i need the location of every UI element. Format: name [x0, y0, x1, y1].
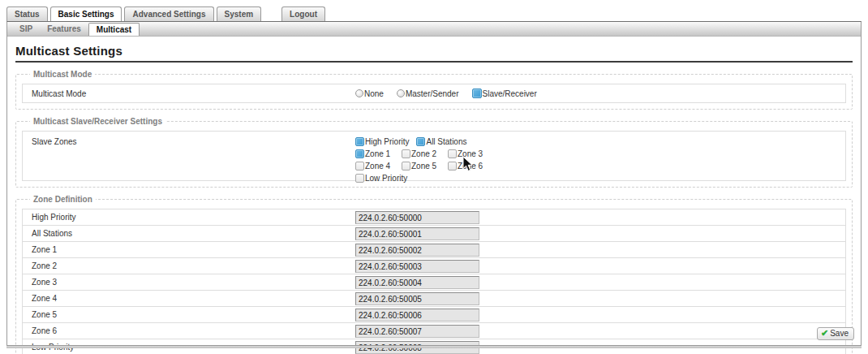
multicast-mode-row: Multicast Mode None Master/Sender	[22, 84, 846, 103]
zone-row-label: Zone 3	[23, 278, 57, 287]
zone-row-zone-3: Zone 3	[22, 274, 846, 291]
zone-row-all-stations: All Stations	[22, 225, 846, 242]
save-button-label: Save	[830, 329, 849, 338]
slave-zones-checkbox-grid: High Priority All Stations Zone 1	[355, 136, 494, 184]
zone-row-zone-2: Zone 2	[22, 257, 846, 274]
check-icon: ✔	[821, 329, 828, 338]
zone-input-zone-2[interactable]	[355, 260, 479, 273]
radio-icon[interactable]	[397, 89, 405, 97]
zone-row-label: Zone 5	[23, 310, 57, 319]
zone-input-high-priority[interactable]	[355, 211, 479, 224]
checkbox-checked-icon[interactable]	[416, 137, 425, 146]
checkbox-label: All Stations	[426, 137, 466, 146]
multicast-mode-legend: Multicast Mode	[30, 70, 95, 79]
checkbox-zone-3[interactable]: Zone 3	[448, 149, 487, 158]
zone-row-zone-1: Zone 1	[22, 241, 846, 258]
slave-zones-row: Slave Zones High Priority All Stations	[22, 131, 846, 181]
container-bottom-edge	[6, 345, 862, 348]
radio-slave-receiver-label: Slave/Receiver	[483, 89, 537, 98]
checkbox-label: Zone 3	[458, 149, 487, 158]
multicast-mode-section: Multicast Mode Multicast Mode None Maste…	[15, 70, 853, 110]
checkbox-zone-6[interactable]: Zone 6	[448, 162, 487, 171]
zone-row-zone-5: Zone 5	[22, 306, 846, 323]
checkbox-zone-4[interactable]: Zone 4	[355, 162, 394, 171]
checkbox-checked-icon[interactable]	[355, 149, 364, 158]
checkbox-unchecked-icon[interactable]	[355, 162, 364, 171]
checkbox-zone-2[interactable]: Zone 2	[402, 149, 440, 158]
checkbox-zone-5[interactable]: Zone 5	[402, 162, 440, 171]
zone-input-all-stations[interactable]	[355, 227, 479, 240]
zone-row-high-priority: High Priority	[22, 209, 846, 226]
checkbox-label: Low Priority	[365, 174, 407, 183]
checkbox-unchecked-icon[interactable]	[402, 162, 410, 171]
checkbox-label: High Priority	[365, 137, 409, 146]
content-area: Multicast Settings Multicast Mode Multic…	[7, 37, 861, 354]
footer-bar: ✔ Save	[7, 323, 861, 344]
subtab-sip[interactable]: SIP	[12, 22, 40, 36]
checkbox-unchecked-icon[interactable]	[448, 149, 457, 158]
subtab-multicast[interactable]: Multicast	[88, 23, 140, 36]
slave-zones-label: Slave Zones	[23, 137, 77, 146]
tab-logout[interactable]: Logout	[281, 6, 325, 21]
checkbox-low-priority[interactable]: Low Priority	[355, 174, 407, 183]
save-button[interactable]: ✔ Save	[817, 327, 854, 340]
tab-system[interactable]: System	[217, 6, 262, 21]
radio-master-sender-label: Master/Sender	[406, 89, 459, 98]
tab-status[interactable]: Status	[6, 6, 48, 21]
zone-row-label: Zone 1	[23, 245, 57, 254]
multicast-mode-radio-group: None Master/Sender Slave/Receiver	[355, 88, 537, 98]
radio-selected-icon[interactable]	[472, 88, 482, 98]
checkbox-all-stations[interactable]: All Stations	[416, 137, 466, 146]
checkbox-checked-icon[interactable]	[355, 137, 364, 146]
checkbox-label: Zone 6	[458, 162, 487, 171]
zone-input-zone-1[interactable]	[355, 244, 479, 257]
checkbox-label: Zone 5	[411, 162, 440, 171]
radio-none-label: None	[364, 89, 384, 98]
checkbox-label: Zone 2	[411, 149, 440, 158]
checkbox-label: Zone 4	[365, 162, 394, 171]
checkbox-unchecked-icon[interactable]	[355, 174, 364, 183]
zone-definition-legend: Zone Definition	[30, 195, 96, 204]
radio-master-sender[interactable]: Master/Sender	[397, 89, 459, 98]
main-tabbar: Status Basic Settings Advanced Settings …	[6, 6, 862, 21]
checkbox-zone-1[interactable]: Zone 1	[355, 149, 394, 158]
radio-none[interactable]: None	[355, 89, 384, 98]
checkbox-label: Zone 1	[365, 149, 394, 158]
page-title: Multicast Settings	[15, 41, 853, 63]
radio-icon[interactable]	[355, 89, 363, 97]
slave-receiver-section: Multicast Slave/Receiver Settings Slave …	[15, 117, 853, 188]
tab-advanced-settings[interactable]: Advanced Settings	[124, 6, 213, 21]
zone-row-zone-4: Zone 4	[22, 290, 846, 307]
tab-basic-settings[interactable]: Basic Settings	[50, 6, 122, 21]
checkbox-unchecked-icon[interactable]	[448, 162, 457, 171]
zone-input-zone-3[interactable]	[355, 276, 479, 289]
radio-slave-receiver[interactable]: Slave/Receiver	[472, 88, 537, 98]
slave-receiver-legend: Multicast Slave/Receiver Settings	[30, 117, 165, 126]
zone-row-label: All Stations	[23, 229, 72, 238]
zone-row-label: Zone 2	[23, 261, 57, 270]
checkbox-unchecked-icon[interactable]	[402, 149, 410, 158]
zone-input-zone-4[interactable]	[355, 292, 479, 305]
zone-input-zone-5[interactable]	[355, 309, 479, 322]
subtab-features[interactable]: Features	[40, 22, 88, 36]
multicast-mode-label: Multicast Mode	[23, 89, 86, 98]
checkbox-high-priority[interactable]: High Priority	[355, 137, 409, 146]
sub-tabbar: SIP Features Multicast	[7, 22, 861, 37]
zone-row-label: Zone 4	[23, 294, 57, 303]
zone-row-label: High Priority	[23, 213, 75, 222]
page-container: SIP Features Multicast Multicast Setting…	[6, 21, 862, 348]
